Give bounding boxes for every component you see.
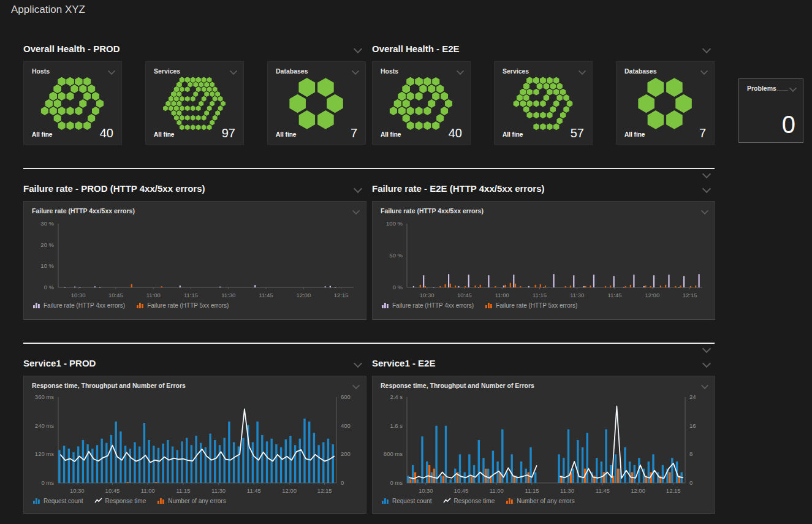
chevron-down-icon[interactable] <box>354 184 362 193</box>
legend-item[interactable]: Response time <box>443 497 495 504</box>
section-title: Overall Health - PROD <box>23 44 120 54</box>
honeycomb-svg <box>146 77 243 131</box>
chevron-down-icon[interactable] <box>702 344 711 353</box>
legend-item[interactable]: Request count <box>381 497 432 504</box>
svg-text:2.4 s: 2.4 s <box>390 393 403 400</box>
section-header-service-prod: Service1 - PROD <box>23 358 362 370</box>
bar-series-icon <box>157 497 165 504</box>
line-series-icon <box>94 497 102 504</box>
chart-tile-service-e2e[interactable]: Response time, Throughput and Number of … <box>372 376 715 514</box>
chart-tile-failure-prod[interactable]: Failure rate (HTTP 4xx/5xx errors) 30 %2… <box>23 201 366 320</box>
entity-count: 57 <box>571 126 584 140</box>
chevron-down-icon[interactable] <box>108 67 115 75</box>
svg-text:200: 200 <box>341 450 351 457</box>
chevron-down-icon[interactable] <box>702 184 711 193</box>
problems-sparkline <box>777 90 788 91</box>
legend-item[interactable]: Failure rate (HTTP 5xx errors) <box>485 302 577 309</box>
dashboard: Application XYZ Overall Health - PROD Ov… <box>0 0 812 524</box>
tile-services-e2e[interactable]: Services All fine 57 <box>494 61 593 145</box>
tile-hosts-prod[interactable]: Hosts All fine 40 <box>23 61 122 145</box>
svg-text:11:15: 11:15 <box>176 487 190 494</box>
chevron-down-icon[interactable] <box>702 45 711 53</box>
tile-services-prod[interactable]: Services All fine 97 <box>145 61 244 145</box>
section-title: Failure rate - E2E (HTTP 4xx/5xx errors) <box>372 183 545 194</box>
svg-text:11:30: 11:30 <box>211 487 226 494</box>
section-title: Overall Health - E2E <box>372 44 460 54</box>
chevron-down-icon[interactable] <box>789 85 797 92</box>
svg-text:24: 24 <box>689 393 696 400</box>
legend-item[interactable]: Failure rate (HTTP 4xx errors) <box>32 302 125 309</box>
legend-item[interactable]: Failure rate (HTTP 5xx errors) <box>136 302 229 309</box>
chart-canvas: 30 %20 %10 %0 %10:3010:4511:0011:1511:30… <box>30 219 361 300</box>
svg-text:12:00: 12:00 <box>631 487 645 494</box>
svg-text:11:30: 11:30 <box>570 292 584 298</box>
service-prod-chart[interactable]: 360 ms240 ms120 ms0 ms600400200010:3010:… <box>30 392 361 495</box>
chevron-down-icon[interactable] <box>702 359 711 368</box>
tile-databases-prod[interactable]: Databases All fine 7 <box>267 61 366 145</box>
svg-text:0: 0 <box>689 479 692 486</box>
chevron-down-icon[interactable] <box>457 67 464 75</box>
chart-tile-failure-e2e[interactable]: Failure rate (HTTP 4xx/5xx errors) 100 %… <box>372 201 715 320</box>
svg-text:11:30: 11:30 <box>560 487 574 494</box>
chevron-down-icon[interactable] <box>701 207 708 215</box>
entity-count: 40 <box>449 126 462 140</box>
chart-legend: Failure rate (HTTP 4xx errors)Failure ra… <box>381 302 577 309</box>
honeycomb-svg <box>373 77 469 131</box>
legend-item[interactable]: Request count <box>32 497 83 504</box>
legend-item[interactable]: Response time <box>94 497 146 504</box>
chevron-down-icon[interactable] <box>579 67 586 75</box>
chevron-down-icon[interactable] <box>700 67 708 75</box>
svg-text:0: 0 <box>341 479 344 486</box>
section-title: Service1 - PROD <box>23 358 96 368</box>
honeycomb-svg <box>268 77 365 131</box>
svg-text:50 %: 50 % <box>389 252 403 259</box>
bar-series-icon <box>381 497 389 504</box>
svg-text:12:00: 12:00 <box>296 292 311 298</box>
tile-title: Hosts <box>381 67 398 75</box>
tile-problems[interactable]: Problems 0 <box>738 78 803 143</box>
svg-text:10:45: 10:45 <box>108 292 123 298</box>
chart-legend: Failure rate (HTTP 4xx errors)Failure ra… <box>32 302 229 309</box>
svg-text:0 %: 0 % <box>44 284 55 290</box>
chevron-down-icon[interactable] <box>352 67 359 75</box>
chevron-down-icon[interactable] <box>352 207 360 215</box>
svg-text:600: 600 <box>341 393 351 400</box>
svg-text:11:30: 11:30 <box>221 292 235 298</box>
chevron-down-icon[interactable] <box>230 67 237 75</box>
legend-item[interactable]: Failure rate (HTTP 4xx errors) <box>381 302 474 309</box>
legend-item[interactable]: Number of any errors <box>506 497 574 504</box>
entity-count: 7 <box>699 126 706 140</box>
honeycomb <box>495 77 592 132</box>
tile-hosts-e2e[interactable]: Hosts All fine 40 <box>372 61 471 145</box>
tile-title: Problems <box>747 85 776 92</box>
failure-e2e-chart[interactable]: 100 %50 %0 %10:3010:4511:0011:1511:3011:… <box>379 219 710 300</box>
svg-text:10 %: 10 % <box>40 262 54 269</box>
legend-item[interactable]: Number of any errors <box>157 497 226 504</box>
status-text: All fine <box>624 131 645 138</box>
failure-prod-chart[interactable]: 30 %20 %10 %0 %10:3010:4511:0011:1511:30… <box>30 219 361 300</box>
problems-count: 0 <box>782 111 795 139</box>
tile-title: Databases <box>276 67 308 75</box>
chevron-down-icon[interactable] <box>702 170 711 178</box>
chart-tile-service-prod[interactable]: Response time, Throughput and Number of … <box>23 376 366 514</box>
svg-text:11:00: 11:00 <box>490 487 504 494</box>
bar-series-icon <box>32 497 40 504</box>
service-e2e-chart[interactable]: 2.4 s1.6 s800 ms0 ms24168010:3010:4511:0… <box>379 392 710 495</box>
honeycomb <box>268 77 365 132</box>
chevron-down-icon[interactable] <box>354 359 362 368</box>
svg-text:12:00: 12:00 <box>645 292 659 298</box>
svg-text:10:30: 10:30 <box>420 292 434 298</box>
chevron-down-icon[interactable] <box>352 382 360 389</box>
svg-text:11:00: 11:00 <box>495 292 509 298</box>
honeycomb-svg <box>617 77 713 131</box>
tile-title: Hosts <box>32 67 50 75</box>
tile-databases-e2e[interactable]: Databases All fine 7 <box>616 61 715 145</box>
svg-text:11:15: 11:15 <box>533 292 547 298</box>
page-title: Application XYZ <box>11 4 85 16</box>
status-text: All fine <box>32 131 52 138</box>
svg-text:360 ms: 360 ms <box>35 393 54 400</box>
chevron-down-icon[interactable] <box>701 382 708 389</box>
chevron-down-icon[interactable] <box>354 45 362 53</box>
section-header-health-e2e: Overall Health - E2E <box>372 44 711 56</box>
honeycomb-svg <box>24 77 121 131</box>
